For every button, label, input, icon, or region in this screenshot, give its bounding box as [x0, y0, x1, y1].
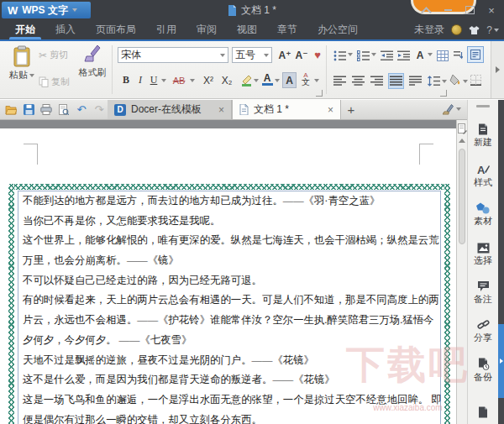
paragraph-layout-button[interactable]	[467, 46, 484, 63]
phonetic-guide-button[interactable]: A 文	[299, 71, 312, 86]
text-line: 这不是什么爱，而是因为我们都是背天逆命的叛逆者。——《花镜》	[23, 370, 438, 390]
superscript-button[interactable]: X²	[200, 72, 217, 88]
tab-references[interactable]: 引用	[146, 20, 186, 39]
text-line: 当你已不再是你，又怎能要求我还是我呢。	[23, 212, 438, 232]
open-button[interactable]	[4, 105, 18, 115]
scroll-up-button[interactable]	[459, 139, 465, 143]
sidebar-item-select[interactable]: 选择	[468, 243, 498, 267]
redo-button[interactable]: ↷	[92, 103, 106, 116]
paste-button[interactable]: 粘贴	[7, 45, 37, 81]
bullets-button[interactable]	[333, 48, 347, 64]
print-preview-button[interactable]	[57, 104, 71, 115]
save-button[interactable]	[22, 104, 35, 115]
paragraph-layout-icon	[470, 50, 480, 60]
close-button[interactable]: ×	[480, 0, 502, 20]
text-effects-button[interactable]: ♥	[311, 47, 324, 63]
close-tab-icon[interactable]: ×	[218, 104, 224, 116]
minimize-button[interactable]	[437, 0, 459, 20]
align-right-button[interactable]	[370, 73, 384, 89]
ribbon: 粘贴 ✂ 剪切 复制 格式刷 宋体	[0, 41, 504, 99]
borders-button[interactable]	[469, 72, 482, 88]
document-icon	[239, 104, 249, 115]
format-painter-button[interactable]: 格式刷	[77, 44, 108, 79]
tab-office-space[interactable]: 办公空间	[307, 20, 368, 39]
sidebar-item-partial[interactable]	[468, 406, 498, 418]
cut-button[interactable]: ✂ 剪切	[39, 49, 68, 61]
tab-document-1[interactable]: 文档 1 * ×	[232, 100, 341, 119]
chevron-down-icon[interactable]	[190, 79, 195, 82]
sidebar-item-materials[interactable]: 素材	[468, 202, 498, 228]
align-justify-button[interactable]	[388, 73, 404, 89]
chevron-down-icon[interactable]	[275, 79, 280, 82]
increase-indent-button[interactable]	[396, 48, 411, 64]
undo-button[interactable]: ↶	[75, 103, 88, 116]
align-left-button[interactable]	[333, 73, 347, 89]
italic-button[interactable]: I	[134, 72, 146, 88]
login-status[interactable]: 未登录	[414, 23, 444, 37]
char-scale-button[interactable]: A	[413, 47, 427, 63]
help-button[interactable]: ?	[486, 24, 499, 36]
scrollbar-thumb[interactable]	[459, 149, 465, 244]
font-group-dialog-launcher[interactable]	[316, 90, 323, 97]
chevron-down-icon[interactable]	[254, 79, 259, 82]
chevron-down-icon[interactable]	[442, 80, 447, 83]
print-button[interactable]	[39, 104, 53, 115]
tab-home[interactable]: 开始	[5, 20, 45, 39]
panel-toggle-button[interactable]	[498, 324, 504, 398]
tab-review[interactable]: 审阅	[186, 20, 227, 39]
maximize-button[interactable]	[459, 0, 480, 20]
skin-button[interactable]	[443, 103, 461, 115]
new-tab-button[interactable]: +	[343, 100, 360, 119]
font-size-select[interactable]: 五号	[232, 47, 272, 63]
ribbon-expand-button[interactable]	[491, 41, 504, 98]
highlight-pen-button[interactable]	[239, 71, 254, 87]
close-tab-icon[interactable]: ×	[328, 104, 333, 116]
tab-docer-templates[interactable]: D Docer-在线模板 ×	[108, 100, 232, 119]
subscript-button[interactable]: X₂	[218, 72, 235, 88]
member-coin-icon[interactable]	[451, 24, 462, 35]
page-edit-icon[interactable]	[458, 123, 467, 134]
tab-section[interactable]: 章节	[267, 20, 307, 39]
font-color-button[interactable]: A	[260, 71, 274, 87]
sidebar-item-share[interactable]: 分享	[468, 319, 498, 344]
chevron-down-icon[interactable]	[428, 53, 433, 56]
app-menu-button[interactable]: W WPS 文字	[2, 2, 91, 18]
chevron-down-icon[interactable]	[314, 79, 319, 82]
skin-shirt-icon[interactable]	[469, 25, 480, 35]
paragraph-group-dialog-launcher[interactable]	[440, 90, 447, 97]
distribute-button[interactable]	[408, 73, 423, 89]
text-direction-button[interactable]	[452, 48, 464, 64]
sidebar-item-notes[interactable]: 备注	[468, 280, 498, 306]
document-canvas[interactable]: 不能到达的地方都是远方，而去过的地方却已成为过往。——《羽·青空之蓝》 当你已不…	[0, 120, 456, 424]
insert-table-button[interactable]	[435, 48, 449, 64]
sidebar-item-new[interactable]: 新建	[468, 123, 498, 149]
sidebar-collapse-handle[interactable]	[476, 105, 490, 107]
copy-button[interactable]: 复制	[39, 76, 70, 88]
sidebar-item-label: 分享	[468, 332, 498, 344]
decrease-indent-button[interactable]	[380, 48, 394, 64]
decrease-font-button[interactable]: A⁻	[294, 47, 309, 63]
bold-button[interactable]: B	[119, 72, 133, 88]
line-spacing-button[interactable]	[427, 73, 441, 89]
font-family-select[interactable]: 宋体	[118, 47, 228, 63]
numbering-button[interactable]	[356, 48, 370, 64]
increase-font-button[interactable]: A⁺	[277, 47, 292, 63]
sidebar-item-backup[interactable]: 备份	[468, 358, 498, 384]
align-center-button[interactable]	[351, 73, 365, 89]
shading-button[interactable]	[449, 72, 462, 88]
vertical-scrollbar[interactable]	[456, 120, 467, 424]
margin-crop-mark-left	[24, 144, 38, 165]
underline-button[interactable]: U	[148, 72, 160, 88]
char-shading-button[interactable]: A	[282, 72, 297, 88]
sidebar-item-styles[interactable]: A 样式	[468, 164, 498, 189]
chevron-down-icon[interactable]	[348, 53, 353, 56]
chevron-down-icon[interactable]	[463, 80, 468, 83]
document-text[interactable]: 不能到达的地方都是远方，而去过的地方却已成为过往。——《羽·青空之蓝》 当你已不…	[23, 191, 438, 424]
strikethrough-button[interactable]: AB	[170, 72, 188, 88]
collapse-ribbon-button[interactable]	[415, 0, 437, 20]
chevron-down-icon[interactable]	[161, 79, 166, 82]
tab-view[interactable]: 视图	[227, 20, 267, 39]
chevron-down-icon[interactable]	[371, 53, 376, 56]
tab-insert[interactable]: 插入	[45, 20, 86, 39]
tab-page-layout[interactable]: 页面布局	[86, 20, 146, 39]
